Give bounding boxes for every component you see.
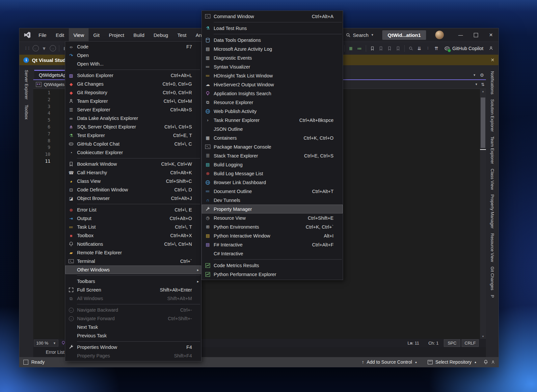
menu-item-json-outline[interactable]: JSON Outline [202, 125, 343, 133]
menu-item-error-list[interactable]: ⊗Error ListCtrl+\, E [65, 206, 201, 214]
menubar-item-edit[interactable]: Edit [51, 28, 69, 42]
menu-item-solution-explorer[interactable]: ▨Solution ExplorerCtrl+Alt+L [65, 71, 201, 80]
menu-item-notifications[interactable]: NotificationsCtrl+\, Ctrl+N [65, 240, 201, 248]
peek-definition-icon[interactable] [407, 44, 415, 52]
menu-item-package-manager-console[interactable]: >_Package Manager Console [202, 142, 343, 151]
menu-item-properties-window[interactable]: Properties WindowF4 [65, 343, 201, 351]
menu-item-git-repository[interactable]: ◆Git RepositoryCtrl+0, Ctrl+R [65, 88, 201, 97]
menu-item-team-explorer[interactable]: Team ExplorerCtrl+\, Ctrl+M [65, 97, 201, 105]
vertical-scrollbar[interactable]: ▲ ▼ [480, 89, 486, 339]
menu-item-toolbox[interactable]: ■ToolboxCtrl+Alt+X [65, 231, 201, 240]
add-to-source-control-button[interactable]: ↑ Add to Source Control ▲ [358, 359, 421, 365]
menu-item-python-interactive-window[interactable]: ▤Python Interactive WindowAlt+I [202, 231, 343, 240]
menu-item-dev-tunnels[interactable]: ∩Dev Tunnels [202, 196, 343, 205]
solution-name-badge[interactable]: QtWid...ation1 [382, 30, 426, 40]
zoom-level-dropdown[interactable]: 100 % ▼ [34, 340, 58, 347]
menu-item-full-screen[interactable]: Full ScreenShift+Alt+Enter [65, 286, 201, 294]
menu-item-diagnostic-events[interactable]: ▥Diagnostic Events [202, 53, 343, 62]
tab-list-caret-icon[interactable]: ▼ [473, 73, 476, 77]
menu-item-command-window[interactable]: >_Command WindowCtrl+Alt+A [202, 12, 343, 21]
menu-item-code-definition-window[interactable]: ⊡Code Definition WindowCtrl+\, D [65, 185, 201, 194]
format-selection-icon[interactable]: ≔ [356, 44, 363, 52]
menubar-item-project[interactable]: Project [104, 28, 129, 42]
menu-item-web-publish-activity[interactable]: Web Publish Activity [202, 107, 343, 116]
menu-item-data-tools-operations[interactable]: Data Tools Operations [202, 36, 343, 44]
menu-item-hdinsight-task-list-window[interactable]: ≔HDInsight Task List Window [202, 71, 343, 80]
menu-item-property-manager[interactable]: Property Manager [202, 205, 343, 213]
menu-item-cookiecutter-explorer[interactable]: ◔Cookiecutter Explorer [65, 148, 201, 157]
menubar-item-git[interactable]: Git [89, 28, 104, 42]
menu-item-call-hierarchy[interactable]: ☎Call HierarchyCtrl+Alt+K [65, 168, 201, 177]
collapse-all-icon[interactable]: ⇊ [416, 44, 423, 52]
menu-item-document-outline[interactable]: ≔Document OutlineCtrl+Alt+T [202, 187, 343, 196]
menu-item-sql-server-object-explorer[interactable]: ⋔SQL Server Object ExplorerCtrl+\, Ctrl+… [65, 123, 201, 131]
info-bar-close-icon[interactable]: ✕ [491, 57, 495, 63]
space-mode-indicator[interactable]: SPC [444, 339, 460, 347]
side-tab-solution-explorer[interactable]: Solution Explorer [490, 99, 495, 132]
panel-tab-error-list[interactable]: Error List [46, 350, 65, 355]
menu-item-task-list[interactable]: ≔Task ListCtrl+\, T [65, 223, 201, 231]
menubar-item-test[interactable]: Test [173, 28, 191, 42]
menu-item-terminal[interactable]: >_TerminalCtrl+` [65, 257, 201, 266]
notifications-bell-icon[interactable] [483, 360, 488, 365]
side-tab-resource-view[interactable]: Resource View [490, 233, 495, 262]
clear-bookmarks-icon[interactable] [394, 44, 402, 52]
column-indicator[interactable]: Ch: 1 [424, 341, 443, 346]
menu-item-toolbars[interactable]: Toolbars▸ [65, 277, 201, 286]
menu-item-c-interactive[interactable]: C# Interactive [202, 249, 343, 258]
menu-item-application-insights-search[interactable]: Application Insights Search [202, 89, 343, 98]
menu-item-task-runner-explorer[interactable]: ›Task Runner ExplorerCtrl+Alt+Bkspce [202, 116, 343, 125]
menu-item-git-changes[interactable]: ◆Git ChangesCtrl+0, Ctrl+G [65, 80, 201, 88]
toggle-bookmark-icon[interactable] [369, 44, 376, 52]
menu-item-microsoft-azure-activity-log[interactable]: ▤Microsoft Azure Activity Log [202, 44, 343, 53]
menu-item-data-lake-analytics-explorer[interactable]: ∞Data Lake Analytics Explorer [65, 114, 201, 123]
menu-item-load-test-runs[interactable]: ⚗Load Test Runs [202, 24, 343, 33]
nav-dropdown-caret-icon[interactable]: ▼ [475, 83, 478, 86]
expand-all-icon[interactable]: ⇈ [433, 44, 440, 52]
menu-item-hiveserver2-output-window[interactable]: ☁HiveServer2 Output Window [202, 80, 343, 89]
menu-item-github-copilot-chat[interactable]: GitHub Copilot ChatCtrl+\, C [65, 140, 201, 148]
side-tab-notifications[interactable]: Notifications [490, 71, 495, 95]
side-tab-toolbox[interactable]: Toolbox [24, 105, 29, 120]
scroll-down-arrow-icon[interactable]: ▼ [480, 335, 486, 338]
user-avatar[interactable] [435, 31, 444, 39]
menubar-item-build[interactable]: Build [129, 28, 149, 42]
toolbar-grip-icon[interactable]: ⋮⋮ [23, 44, 31, 52]
minimize-button[interactable]: — [453, 28, 468, 42]
github-copilot-button[interactable]: GitHub Copilot [444, 45, 483, 51]
menubar-item-file[interactable]: File [34, 28, 51, 42]
side-tab-git-changes[interactable]: Git Changes [490, 266, 495, 290]
menubar-item-debug[interactable]: Debug [149, 28, 173, 42]
menu-item-previous-task[interactable]: Previous Task [65, 331, 201, 340]
side-tab-server-explorer[interactable]: Server Explorer [24, 70, 29, 99]
menu-item-object-browser[interactable]: ◪Object BrowserCtrl+Alt+J [65, 194, 201, 203]
menu-item-open[interactable]: ↷Open [65, 51, 201, 60]
split-window-icon[interactable]: ⇅ [481, 82, 485, 87]
menu-item-python-performance-explorer[interactable]: Python Performance Explorer [202, 270, 343, 279]
side-tab-p[interactable]: P [490, 295, 495, 298]
menu-item-code[interactable]: ‹›CodeF7 [65, 42, 201, 51]
line-indicator[interactable]: Ln: 11 [404, 341, 423, 346]
menu-item-build-logging[interactable]: ▤Build Logging [202, 160, 343, 169]
menu-item-other-windows[interactable]: Other Windows▸ [65, 266, 201, 274]
menu-item-python-environments[interactable]: ⊞Python EnvironmentsCtrl+K, Ctrl+` [202, 222, 343, 231]
search-box[interactable]: Search ▼ [346, 32, 374, 38]
menu-item-server-explorer[interactable]: ☰Server ExplorerCtrl+Alt+S [65, 105, 201, 114]
select-repository-button[interactable]: Select Repository ▲ [424, 359, 481, 365]
share-person-icon[interactable] [491, 360, 495, 364]
menu-item-open-with[interactable]: Open With... [65, 60, 201, 68]
navigation-document-dropdown[interactable]: QtWidgets [44, 82, 65, 87]
menu-item-browser-link-dashboard[interactable]: Browser Link Dashboard [202, 178, 343, 187]
menu-item-code-metrics-results[interactable]: Code Metrics Results [202, 261, 343, 270]
menu-item-bookmark-window[interactable]: Bookmark WindowCtrl+K, Ctrl+W [65, 160, 201, 168]
scroll-right-arrow-icon[interactable]: ▶ [410, 341, 413, 345]
menu-item-output[interactable]: ⇥OutputCtrl+Alt+O [65, 214, 201, 223]
menu-item-next-task[interactable]: Next Task [65, 323, 201, 331]
navigate-backward-button[interactable]: ← [32, 44, 39, 52]
previous-bookmark-icon[interactable] [377, 44, 385, 52]
side-tab-property-manager[interactable]: Property Manager [490, 194, 495, 229]
menu-item-resource-explorer[interactable]: ⧉Resource Explorer [202, 98, 343, 107]
navigate-forward-button[interactable]: → [49, 44, 56, 52]
menu-item-remote-file-explorer[interactable]: ▰Remote File Explorer [65, 248, 201, 257]
next-bookmark-icon[interactable] [386, 44, 393, 52]
